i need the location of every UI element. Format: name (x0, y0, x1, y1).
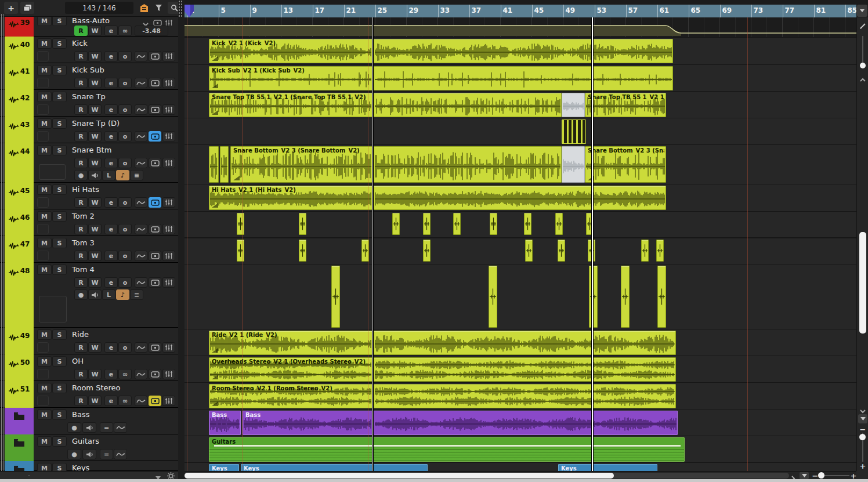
monitor-speaker-button[interactable] (88, 170, 102, 180)
audio-event[interactable] (374, 331, 676, 355)
channel-settings-button[interactable] (162, 51, 175, 61)
lock-button[interactable]: L (102, 289, 115, 300)
input-meter-box[interactable] (37, 251, 49, 261)
edit-channel-button[interactable]: e (104, 197, 118, 208)
write-automation-button[interactable]: W (88, 396, 102, 406)
automation-curve-button[interactable] (135, 51, 147, 61)
edit-channel-button[interactable]: e (104, 396, 118, 406)
monitor-speaker-button[interactable] (82, 422, 96, 433)
track-color-cell[interactable]: 49 (5, 328, 34, 356)
mono-indicator[interactable]: o (118, 158, 132, 168)
audio-event-snare-top[interactable]: Snare Top TB 55 1_V2 1 (Sr (585, 93, 666, 117)
audio-event-snare-top[interactable]: Snare Top TB 55 1_V2 1 (Snare Top TB 55 … (209, 93, 372, 117)
musical-mode-button[interactable]: ♪ (116, 170, 129, 180)
audio-event[interactable] (299, 240, 306, 262)
audio-event[interactable] (525, 240, 533, 262)
audio-event-hi-hats[interactable]: Hi Hats_V2 1 (Hi Hats_V2) (209, 186, 372, 210)
audio-event[interactable] (453, 213, 461, 235)
read-automation-button[interactable]: R (74, 342, 88, 353)
track-row-45[interactable]: 45MSHi HatsRWeo (0, 183, 178, 209)
input-meter-box[interactable] (37, 104, 49, 115)
track-row-51[interactable]: 51MSRoom StereoRWe∞ (0, 381, 178, 408)
mute-button[interactable]: M (37, 38, 52, 49)
mute-button[interactable]: M (37, 92, 52, 102)
audio-event[interactable] (562, 119, 586, 144)
track-row-40[interactable]: 40MSKickRWeo (0, 37, 178, 63)
audio-event[interactable] (374, 146, 562, 183)
audio-event[interactable] (423, 240, 431, 262)
mute-button[interactable]: M (37, 463, 52, 471)
mute-button[interactable]: M (37, 118, 52, 129)
read-automation-button[interactable]: R (74, 51, 88, 61)
group-edit-button[interactable]: = (100, 449, 113, 459)
write-automation-button[interactable]: W (88, 197, 102, 208)
audio-event[interactable] (562, 93, 585, 117)
input-meter-box[interactable] (37, 369, 49, 379)
track-row-keys[interactable]: MSKeys (0, 461, 178, 471)
mono-indicator[interactable]: o (118, 277, 132, 288)
phase-coherent-button[interactable] (114, 449, 127, 459)
monitor-button[interactable] (149, 158, 161, 168)
track-color-cell[interactable]: 51 (5, 381, 34, 409)
mute-button[interactable]: M (37, 211, 52, 222)
solo-button[interactable]: S (52, 264, 67, 275)
write-automation-button[interactable]: W (88, 26, 102, 36)
automation-curve-button[interactable] (135, 197, 147, 208)
track-color-cell[interactable] (5, 461, 34, 471)
solo-button[interactable]: S (52, 38, 67, 49)
record-enable-button[interactable]: ● (67, 422, 81, 433)
audio-event[interactable] (524, 213, 531, 235)
audio-event[interactable] (555, 213, 563, 235)
track-color-cell[interactable]: 42 (5, 90, 34, 118)
track-row-43[interactable]: 43MSSnare Tp (D)RWeo (0, 117, 178, 143)
monitor-button[interactable] (149, 277, 161, 288)
mute-button[interactable]: M (37, 238, 52, 248)
gain-value-field[interactable]: -3.48 (135, 26, 168, 36)
record-enable-button[interactable]: ● (67, 449, 81, 459)
read-automation-button[interactable]: R (74, 369, 88, 379)
automation-curve-button[interactable] (135, 396, 147, 406)
read-automation-button[interactable]: R (74, 251, 88, 261)
solo-button[interactable]: S (52, 65, 67, 75)
input-meter-box[interactable] (37, 224, 49, 234)
timeline-ruler[interactable]: 1591317212529333741454953576165697377818… (185, 5, 856, 17)
mute-button[interactable]: M (37, 409, 52, 420)
track-color-cell[interactable]: 48 (5, 263, 34, 329)
stereo-indicator[interactable]: ∞ (118, 26, 132, 36)
solo-button[interactable]: S (52, 436, 67, 447)
edit-channel-button[interactable]: e (104, 158, 118, 168)
audio-event-kick[interactable]: Kick_V2 1 (Kick_V2) (209, 39, 372, 63)
track-color-cell[interactable]: 50 (5, 354, 34, 383)
mute-button[interactable]: M (37, 145, 52, 155)
scroll-up-icon[interactable] (860, 73, 866, 84)
audio-event-snare-bottom[interactable]: Snare Bottom_V2 3 (Snare (585, 146, 666, 183)
monitor-button[interactable] (149, 396, 161, 406)
channel-settings-button[interactable] (162, 224, 175, 234)
audio-event-keys[interactable]: Keys (241, 464, 428, 471)
mono-indicator[interactable]: o (118, 104, 132, 115)
read-automation-button[interactable]: R (74, 224, 88, 234)
vertical-scrollbar-thumb[interactable] (859, 232, 866, 334)
edit-channel-button[interactable]: e (104, 342, 118, 353)
audio-event-snare-bottom[interactable]: Snare Bottom_V2 3 (Snare Bottom_V2) (230, 146, 372, 183)
mute-button[interactable]: M (37, 65, 52, 75)
input-meter-box[interactable] (37, 131, 49, 142)
read-automation-button[interactable]: R (74, 26, 88, 36)
track-color-cell[interactable]: 43 (5, 117, 34, 145)
track-row-42[interactable]: 42MSSnare TpRWeo (0, 90, 178, 117)
playhead-marker[interactable] (185, 5, 194, 17)
write-automation-button[interactable]: W (88, 342, 102, 353)
audio-event[interactable] (374, 384, 676, 408)
ruler-options-button[interactable] (857, 5, 867, 17)
group-edit-button[interactable]: = (100, 422, 113, 433)
solo-button[interactable]: S (52, 92, 67, 102)
stereo-indicator[interactable]: ∞ (118, 369, 132, 379)
audio-event[interactable] (423, 213, 431, 235)
lock-button[interactable]: L (102, 170, 115, 180)
vertical-zoom-in-button[interactable]: + (859, 462, 867, 469)
track-filter-active-button[interactable] (137, 2, 151, 14)
automation-curve-button[interactable] (135, 158, 147, 168)
track-color-cell[interactable] (5, 434, 34, 463)
audio-event[interactable] (374, 186, 666, 210)
audio-event[interactable] (374, 66, 673, 90)
